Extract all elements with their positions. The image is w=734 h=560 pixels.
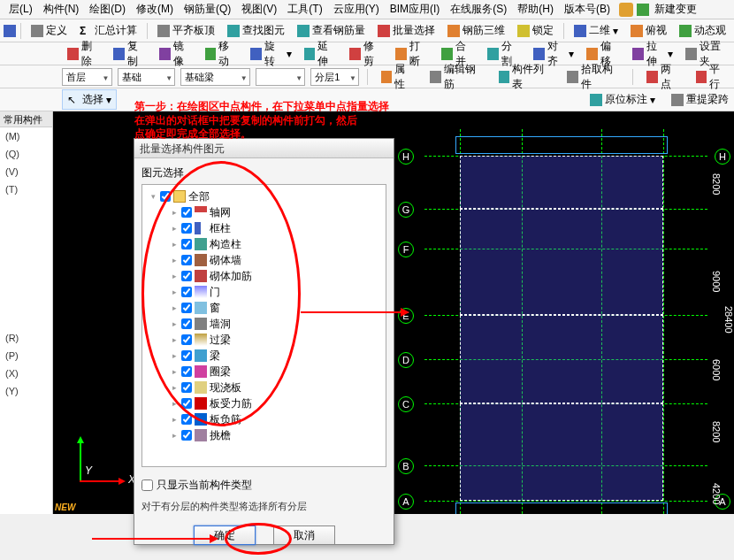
grid-label: H bbox=[715, 149, 730, 165]
back-icon[interactable] bbox=[4, 25, 16, 37]
component-select[interactable] bbox=[256, 68, 306, 86]
cursor-icon: ↖ bbox=[67, 94, 80, 106]
split-icon bbox=[487, 48, 499, 60]
mirror-icon bbox=[159, 48, 171, 60]
panel-item[interactable]: (X) bbox=[0, 364, 52, 382]
panel-item[interactable]: (Q) bbox=[0, 145, 52, 163]
parallel-icon bbox=[696, 71, 707, 83]
relabel-icon bbox=[671, 94, 684, 106]
annotation-arrow bbox=[92, 538, 216, 540]
mirror-button[interactable]: 镜像 bbox=[154, 36, 198, 72]
delete-button[interactable]: 删除 bbox=[62, 36, 106, 72]
panel-item[interactable] bbox=[0, 198, 52, 205]
cube-icon bbox=[574, 25, 586, 37]
menu-item[interactable]: BIM应用(I) bbox=[385, 0, 446, 19]
dynamic-icon bbox=[679, 25, 692, 37]
grid-label: B bbox=[398, 458, 414, 474]
component-panel: 常用构件 (M) (Q) (V) (T) (R) (P) (X) (Y) bbox=[0, 111, 53, 514]
category-select[interactable]: 基础 bbox=[118, 68, 176, 86]
tree-node[interactable]: ▸板负筋 bbox=[146, 411, 382, 427]
annotation-text: 第一步：在绘图区中点构件，在下拉菜单中点指量选择 在弹出的对话框中把要复制的构件… bbox=[134, 100, 389, 142]
search-rebar-icon bbox=[297, 25, 310, 37]
dialog-note: 对于有分层的构件类型将选择所有分层 bbox=[141, 500, 386, 513]
menu-item[interactable]: 层(L) bbox=[4, 0, 38, 19]
type-select[interactable]: 基础梁 bbox=[180, 68, 249, 86]
trim-icon bbox=[349, 48, 361, 60]
panel-item[interactable]: (R) bbox=[0, 329, 52, 347]
floor-plan: 1 2 3 4 A B C D E F G H A H 6000 14000 6… bbox=[424, 129, 707, 514]
panel-item[interactable]: (M) bbox=[0, 127, 52, 145]
properties-button[interactable]: 属性 bbox=[376, 59, 419, 95]
menu-item[interactable]: 云应用(Y) bbox=[328, 0, 385, 19]
dimension: 8200 bbox=[711, 173, 722, 195]
dimension: 6000 bbox=[711, 359, 722, 380]
extend-button[interactable]: 延伸 bbox=[299, 36, 343, 72]
y-axis-label: Y bbox=[85, 464, 92, 477]
move-icon bbox=[205, 48, 217, 60]
menu-item[interactable]: 帮助(H) bbox=[512, 0, 559, 19]
dimension: 4200 bbox=[711, 483, 722, 504]
layer-select[interactable]: 分层1 bbox=[310, 68, 359, 86]
setcp-icon bbox=[685, 48, 697, 60]
break-icon bbox=[395, 48, 407, 60]
edit-rebar-button[interactable]: 编辑钢筋 bbox=[424, 59, 487, 95]
search-icon bbox=[227, 25, 240, 37]
dimension: 8200 bbox=[711, 421, 722, 442]
panel-item[interactable]: (Y) bbox=[0, 382, 52, 400]
relabel-button[interactable]: 重提梁跨 bbox=[666, 89, 734, 110]
panel-item[interactable]: (P) bbox=[0, 347, 52, 364]
lock-icon bbox=[517, 25, 530, 37]
menu-item[interactable]: 在线服务(S) bbox=[445, 0, 512, 19]
new-change-button[interactable]: 新建变更 bbox=[649, 0, 702, 19]
sigma-icon: Σ bbox=[80, 25, 92, 37]
edit-rebar-icon bbox=[430, 71, 441, 83]
component-list-button[interactable]: 构件列表 bbox=[493, 59, 556, 95]
origin-dim-button[interactable]: 原位标注▾ bbox=[585, 89, 661, 110]
toolbar-context: 首层 基础 基础梁 分层1 属性 编辑钢筋 构件列表 拾取构件 两点 平行 bbox=[0, 65, 734, 88]
flatten-icon bbox=[157, 25, 170, 37]
annotation-circle bbox=[141, 161, 301, 426]
grid-label: F bbox=[398, 242, 414, 257]
move-button[interactable]: 移动 bbox=[200, 36, 244, 72]
extend-icon bbox=[304, 48, 316, 60]
topview-icon bbox=[631, 25, 643, 37]
batch-icon bbox=[378, 25, 390, 37]
grid-label: G bbox=[398, 202, 414, 218]
pick-icon bbox=[567, 71, 578, 83]
grid-label: C bbox=[398, 396, 414, 412]
menu-item[interactable]: 钢筋量(Q) bbox=[179, 0, 236, 19]
align-icon bbox=[533, 48, 545, 60]
panel-item[interactable]: (V) bbox=[0, 163, 52, 180]
dim-icon bbox=[590, 94, 602, 106]
menu-item[interactable]: 绘图(D) bbox=[84, 0, 131, 19]
tree-node[interactable]: ▸挑檐 bbox=[146, 427, 382, 443]
floor-select[interactable]: 首层 bbox=[62, 68, 112, 86]
panel-item[interactable]: (T) bbox=[0, 180, 52, 198]
grid-label: A bbox=[398, 494, 414, 510]
add-icon bbox=[637, 4, 649, 16]
grid-label: H bbox=[398, 149, 414, 165]
list-icon bbox=[499, 71, 510, 83]
panel-tab[interactable]: 常用构件 bbox=[0, 111, 52, 127]
tree-checkbox[interactable] bbox=[181, 430, 192, 441]
dialog-title: 批量选择构件图元 bbox=[134, 139, 394, 158]
menu-item[interactable]: 版本号(B) bbox=[559, 0, 615, 19]
rebar3d-icon bbox=[447, 25, 460, 37]
rotate-button[interactable]: 旋转▾ bbox=[245, 36, 296, 72]
twopt-icon bbox=[646, 71, 658, 83]
stretch-icon bbox=[632, 48, 644, 60]
properties-icon bbox=[381, 71, 393, 83]
rotate-icon bbox=[250, 48, 262, 60]
cantilever-icon bbox=[195, 429, 207, 441]
menu-item[interactable]: 修改(M) bbox=[131, 0, 179, 19]
offset-icon bbox=[586, 48, 598, 60]
menu-item[interactable]: 工具(T) bbox=[282, 0, 327, 19]
annotation-arrow bbox=[301, 311, 407, 313]
current-type-only-checkbox[interactable]: 只显示当前构件类型 bbox=[141, 478, 386, 493]
select-tool[interactable]: ↖选择▾ bbox=[62, 89, 117, 110]
avatar-icon bbox=[619, 3, 633, 17]
copy-button[interactable]: 复制 bbox=[108, 36, 152, 72]
menu-item[interactable]: 视图(V) bbox=[236, 0, 282, 19]
menu-item[interactable]: 构件(N) bbox=[38, 0, 85, 19]
delete-icon bbox=[67, 48, 79, 60]
